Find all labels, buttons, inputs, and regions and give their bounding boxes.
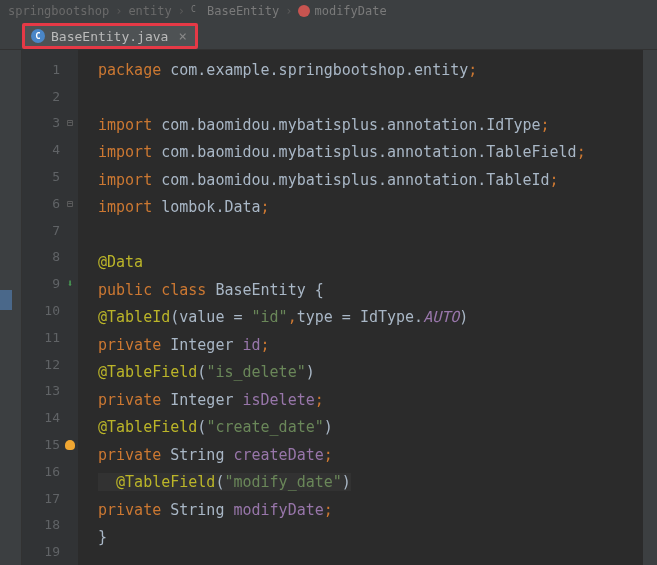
breadcrumb-item[interactable]: C BaseEntity bbox=[191, 4, 279, 18]
fold-icon[interactable]: ⊟ bbox=[63, 117, 77, 128]
code-line: @Data bbox=[98, 249, 643, 277]
line-number: 13 bbox=[44, 383, 60, 398]
editor: 1 2 3⊟ 4 5 6⊟ 7 8 9⬇ 10 11 12 13 14 15 1… bbox=[0, 50, 657, 565]
line-number: 8 bbox=[52, 249, 60, 264]
line-number: 4 bbox=[52, 142, 60, 157]
code-line bbox=[98, 84, 643, 112]
fold-icon[interactable]: ⊟ bbox=[63, 198, 77, 209]
line-number: 9 bbox=[52, 276, 60, 291]
breadcrumb-item[interactable]: springbootshop bbox=[8, 4, 109, 18]
code-line bbox=[98, 551, 643, 565]
code-line: private String createDate; bbox=[98, 441, 643, 469]
line-number: 14 bbox=[44, 410, 60, 425]
tab-bar: C BaseEntity.java × bbox=[0, 22, 657, 50]
code-line bbox=[98, 221, 643, 249]
class-icon: C bbox=[191, 5, 203, 17]
code-line: import com.baomidou.mybatisplus.annotati… bbox=[98, 139, 643, 167]
code-line: private String modifyDate; bbox=[98, 496, 643, 524]
code-line: private Integer isDelete; bbox=[98, 386, 643, 414]
close-icon[interactable]: × bbox=[178, 28, 186, 44]
chevron-right-icon: › bbox=[115, 4, 122, 18]
class-icon: C bbox=[31, 29, 45, 43]
code-line: } bbox=[98, 524, 643, 552]
code-line: @TableId(value = "id",type = IdType.AUTO… bbox=[98, 304, 643, 332]
breadcrumb-item[interactable]: modifyDate bbox=[298, 4, 386, 18]
line-number: 19 bbox=[44, 544, 60, 559]
line-number: 12 bbox=[44, 357, 60, 372]
chevron-right-icon: › bbox=[178, 4, 185, 18]
line-number: 17 bbox=[44, 491, 60, 506]
breadcrumb-item[interactable]: entity bbox=[128, 4, 171, 18]
line-number: 16 bbox=[44, 464, 60, 479]
code-line: private Integer id; bbox=[98, 331, 643, 359]
line-number: 10 bbox=[44, 303, 60, 318]
line-number: 18 bbox=[44, 517, 60, 532]
breadcrumb-label: BaseEntity bbox=[207, 4, 279, 18]
field-icon bbox=[298, 5, 310, 17]
change-marker bbox=[0, 290, 12, 310]
left-gutter bbox=[0, 50, 22, 565]
line-gutter[interactable]: 1 2 3⊟ 4 5 6⊟ 7 8 9⬇ 10 11 12 13 14 15 1… bbox=[22, 50, 78, 565]
line-number: 6 bbox=[52, 196, 60, 211]
line-number: 2 bbox=[52, 89, 60, 104]
line-number: 1 bbox=[52, 62, 60, 77]
implements-icon[interactable]: ⬇ bbox=[63, 277, 77, 290]
line-number: 11 bbox=[44, 330, 60, 345]
line-number: 5 bbox=[52, 169, 60, 184]
line-number: 15 bbox=[44, 437, 60, 452]
code-line: @TableField("is_delete") bbox=[98, 359, 643, 387]
editor-tab[interactable]: C BaseEntity.java × bbox=[22, 23, 198, 49]
code-line: public class BaseEntity { bbox=[98, 276, 643, 304]
code-line: import com.baomidou.mybatisplus.annotati… bbox=[98, 111, 643, 139]
scrollbar[interactable] bbox=[643, 50, 657, 565]
code-line: import com.baomidou.mybatisplus.annotati… bbox=[98, 166, 643, 194]
code-line: @TableField("modify_date") bbox=[98, 469, 643, 497]
bulb-icon[interactable] bbox=[63, 440, 77, 450]
code-line: package com.example.springbootshop.entit… bbox=[98, 56, 643, 84]
tab-label: BaseEntity.java bbox=[51, 29, 168, 44]
chevron-right-icon: › bbox=[285, 4, 292, 18]
code-line: @TableField("create_date") bbox=[98, 414, 643, 442]
code-area[interactable]: package com.example.springbootshop.entit… bbox=[78, 50, 643, 565]
line-number: 3 bbox=[52, 115, 60, 130]
code-line: import lombok.Data; bbox=[98, 194, 643, 222]
breadcrumb: springbootshop › entity › C BaseEntity ›… bbox=[0, 0, 657, 22]
line-number: 7 bbox=[52, 223, 60, 238]
breadcrumb-label: modifyDate bbox=[314, 4, 386, 18]
